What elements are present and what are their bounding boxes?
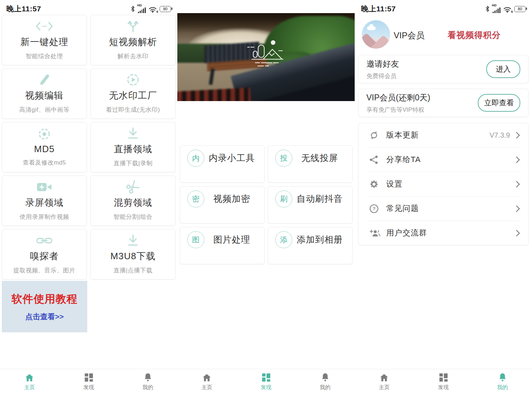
tool-title: 混剪领域 (114, 196, 152, 209)
bluetooth-icon (485, 5, 490, 12)
discover-label: 图片处理 (204, 234, 259, 245)
nav-item-home[interactable]: 主页 (177, 369, 237, 394)
tool-subtitle: 解析去水印 (117, 52, 149, 60)
discover-card-cast[interactable]: 投 无线投屏 (268, 145, 353, 183)
wifi-icon: 6 (149, 6, 157, 13)
grid-icon (84, 373, 93, 382)
discover-tool-grid: 内 内录小工具 投 无线投屏 密 视频加密 刷 自动刷抖音 图 图片处理 添 添… (180, 145, 352, 264)
screen-profile: 晚上11:57 HD 6 80 VIP会员 看视频得 (355, 0, 532, 394)
status-bar: 晚上11:57 HD 6 80 (0, 4, 177, 14)
nav-item-discover[interactable]: 发现 (414, 369, 473, 394)
menu-item-faq[interactable]: ? 常见问题 (369, 196, 520, 221)
nav-item-discover[interactable]: 发现 (237, 369, 296, 394)
tool-card-video-edit[interactable]: 视频编辑 高清gif、画中画等 (2, 68, 87, 119)
invite-friends-card[interactable]: 邀请好友 免费得会员 进入 (358, 55, 528, 83)
discover-label: 自动刷抖音 (292, 193, 347, 205)
card-text: 邀请好友 免费得会员 (366, 59, 486, 80)
screen-home: 晚上11:57 HD 6 80 (0, 0, 177, 394)
tool-title: 录屏领域 (25, 196, 63, 209)
nav-item-home[interactable]: 主页 (355, 369, 414, 394)
discover-label: 内录小工具 (204, 152, 259, 164)
wifi6-label: 6 (156, 10, 158, 13)
sync-icon (369, 131, 381, 140)
discover-card-image-process[interactable]: 图 图片处理 (180, 227, 265, 264)
wifi-icon: 6 (503, 6, 511, 13)
bluetooth-icon (131, 5, 135, 12)
nav-item-discover[interactable]: 发现 (59, 369, 118, 394)
tool-title: 无水印工厂 (109, 89, 157, 102)
tutorial-link[interactable]: 点击查看>> (25, 312, 64, 322)
grid-icon (439, 373, 448, 382)
tutorial-title: 软件使用教程 (12, 292, 78, 306)
tool-card-mix-cut[interactable]: 混剪领域 智能分割|组合 (90, 176, 176, 226)
tool-card-live-download[interactable]: 直播领域 直播下载|录制 (90, 122, 176, 172)
add-group-icon (369, 228, 381, 238)
card-subtitle: 免费得会员 (366, 72, 486, 80)
discover-banner-photo[interactable] (177, 13, 355, 101)
discover-card-internal-record[interactable]: 内 内录小工具 (180, 145, 265, 183)
enter-button[interactable]: 进入 (486, 60, 520, 78)
card-text: VIP会员(还剩0天) 享有免广告等VIP特权 (366, 92, 478, 114)
tool-card-video-parse[interactable]: 短视频解析 解析去水印 (90, 15, 176, 65)
discover-card-encrypt[interactable]: 密 视频加密 (180, 186, 265, 223)
discover-card-auto-swipe[interactable]: 刷 自动刷抖音 (268, 186, 353, 223)
svg-text:?: ? (372, 206, 375, 211)
menu-label: 常见问题 (386, 203, 419, 214)
tool-subtitle: 查看及修改md5 (23, 159, 66, 167)
vip-membership-card[interactable]: VIP会员(还剩0天) 享有免广告等VIP特权 立即查看 (358, 89, 528, 117)
tool-card-one-key[interactable]: 新一键处理 智能综合处理 (2, 15, 87, 65)
tool-card-m3u8[interactable]: M3U8下载 直播|点播下载 (90, 229, 176, 279)
help-circle-icon: ? (369, 204, 381, 213)
nav-item-home[interactable]: 主页 (0, 369, 59, 394)
discover-card-add-album[interactable]: 添 添加到相册 (268, 227, 353, 264)
code-brackets-icon (35, 20, 53, 33)
nav-label: 我的 (143, 384, 153, 391)
circle-badge: 添 (275, 231, 292, 248)
screen-discover: 内 内录小工具 投 无线投屏 密 视频加密 刷 自动刷抖音 图 图片处理 添 添… (177, 0, 355, 394)
tool-card-no-watermark[interactable]: 无水印工厂 看过即生成(无水印) (90, 68, 176, 119)
tool-subtitle: 智能综合处理 (26, 52, 63, 60)
avatar[interactable] (362, 20, 390, 49)
gear-icon (369, 179, 381, 189)
menu-item-settings[interactable]: 设置 (369, 172, 520, 196)
nav-item-mine[interactable]: 我的 (473, 369, 532, 394)
view-now-button[interactable]: 立即查看 (478, 94, 520, 112)
scissors-icon (126, 181, 140, 193)
status-time: 晚上11:57 (361, 4, 396, 14)
discover-label: 添加到相册 (292, 234, 347, 245)
circle-badge: 密 (187, 190, 204, 207)
tutorial-banner[interactable]: 软件使用教程 点击查看>> (2, 281, 87, 332)
chevron-right-icon (513, 132, 520, 138)
pencil-icon (38, 73, 51, 86)
hd-label: HD (137, 4, 142, 7)
tool-subtitle: 智能分割|组合 (113, 213, 153, 221)
tool-card-screen-record[interactable]: 录屏领域 使用录屏制作视频 (2, 176, 87, 226)
nav-item-mine[interactable]: 我的 (295, 369, 355, 394)
status-time: 晚上11:57 (6, 4, 41, 14)
download-icon (127, 127, 139, 140)
bottom-nav: 主页 发现 我的 (177, 369, 355, 394)
nav-label: 我的 (320, 384, 331, 391)
menu-item-share[interactable]: 分享给TA (369, 148, 520, 172)
home-tool-grid: 新一键处理 智能综合处理 短视频解析 解析去水印 视频编辑 高清gif、画中画等 (2, 15, 176, 279)
battery-icon: 80 (160, 6, 171, 12)
bell-icon (498, 373, 507, 382)
card-title: VIP会员(还剩0天) (366, 92, 478, 103)
tool-card-sniffer[interactable]: 嗅探者 提取视频、音乐、图片 (2, 229, 87, 279)
tool-title: 直播领域 (114, 143, 152, 155)
home-icon (202, 373, 211, 382)
discover-label: 视频加密 (204, 193, 259, 205)
tool-title: MD5 (34, 144, 55, 155)
nav-item-mine[interactable]: 我的 (118, 369, 177, 394)
watch-video-points-link[interactable]: 看视频得积分 (448, 29, 501, 41)
circle-badge: 投 (275, 150, 292, 167)
bottom-nav: 主页 发现 我的 (355, 369, 532, 394)
tool-subtitle: 提取视频、音乐、图片 (13, 266, 76, 274)
menu-item-version-update[interactable]: 版本更新 V7.3.9 (369, 123, 520, 148)
menu-label: 分享给TA (386, 154, 421, 165)
link-icon (36, 234, 52, 247)
chevron-right-icon (513, 156, 520, 163)
menu-item-user-group[interactable]: 用户交流群 (369, 221, 520, 245)
nav-label: 发现 (261, 384, 271, 391)
tool-card-md5[interactable]: MD5 查看及修改md5 (2, 122, 87, 172)
